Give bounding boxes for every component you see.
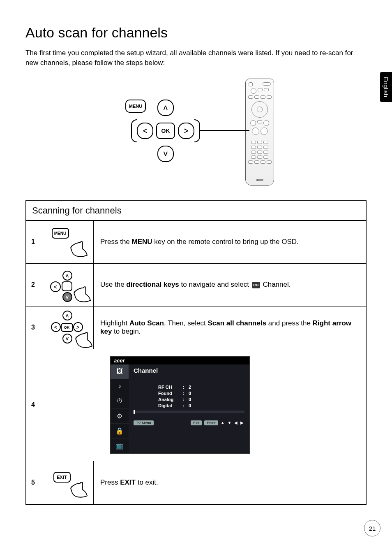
step-number: 3	[26, 306, 40, 349]
table-title: Scanning for channels	[26, 201, 366, 221]
step-number: 4	[26, 349, 40, 461]
page-number: 21	[364, 520, 380, 536]
hero-illustration: MENU ᐱ ᐯ ᐸ OK ᐳ acer	[25, 79, 367, 186]
intro-text: The first time you completed the setup w…	[25, 48, 367, 68]
center-key-icon	[62, 281, 72, 291]
osd-title: Channel	[134, 367, 244, 374]
step2-illustration: ᐱ ᐸ ᐯ	[44, 268, 90, 301]
osd-field: RF CH:2	[158, 385, 244, 390]
thumb-icon	[72, 285, 92, 303]
up-key: ᐱ	[157, 100, 174, 116]
right-key-icon: ᐳ	[73, 322, 83, 332]
up-key-icon: ᐱ	[62, 311, 72, 320]
step-number: 5	[26, 461, 40, 504]
step1-illustration: MENU	[44, 225, 90, 258]
menu-key-icon: MENU	[52, 228, 69, 239]
osd-sidebar: 🖼 ♪ ⏱ ⚙ 🔒 📺	[111, 364, 129, 453]
left-key-icon: ᐸ	[51, 322, 61, 332]
osd-field: Found:0	[158, 391, 244, 396]
step-description: Press the MENU key on the remote control…	[94, 221, 366, 263]
left-key-icon: ᐸ	[50, 281, 61, 292]
step-description: Use the directional keys to navigate and…	[94, 264, 366, 306]
thumb-icon	[69, 240, 89, 258]
timer-icon: ⏱	[111, 394, 129, 409]
table-row: 5 EXIT Press EXIT to exit.	[26, 461, 366, 504]
table-row: 4 acer 🖼 ♪ ⏱ ⚙ 🔒 📺 Chan	[26, 349, 366, 461]
table-row: 1 MENU Press the MENU key on the remote …	[26, 221, 366, 264]
table-row: 2 ᐱ ᐸ ᐯ Use the directional keys to navi…	[26, 264, 366, 306]
steps-table: Scanning for channels 1 MENU Press the M…	[25, 200, 367, 505]
ok-key: OK	[156, 123, 175, 139]
remote-brand: acer	[256, 178, 264, 182]
thumb-icon	[74, 331, 94, 348]
osd-field: Analog:0	[158, 397, 244, 402]
remote-illustration: acer	[245, 79, 274, 186]
down-key-icon: ᐯ	[62, 334, 72, 343]
thumb-icon	[69, 481, 89, 498]
menu-key: MENU	[125, 100, 146, 113]
dpad-diagram: MENU ᐱ ᐯ ᐸ OK ᐳ	[118, 97, 208, 167]
osd-menu-hint: TV Menu	[134, 420, 154, 425]
exit-key-icon: EXIT	[53, 472, 71, 483]
step3-illustration: ᐱ ᐸ OK ᐳ ᐯ	[44, 309, 90, 346]
left-key: ᐸ	[137, 123, 153, 139]
right-key: ᐳ	[178, 123, 194, 139]
osd-field: Digital:0	[158, 403, 244, 408]
settings-icon: ⚙	[111, 409, 129, 424]
step-description: Press EXIT to exit.	[94, 461, 366, 504]
down-key: ᐯ	[157, 146, 174, 162]
step-description: Highlight Auto Scan. Then, select Scan a…	[94, 306, 366, 349]
ok-key-icon: OK	[61, 323, 73, 332]
osd-screenshot: acer 🖼 ♪ ⏱ ⚙ 🔒 📺 Channel	[110, 356, 250, 454]
channel-icon: CH	[252, 282, 260, 288]
table-row: 3 ᐱ ᐸ OK ᐳ ᐯ Highlight Auto Scan. Then, …	[26, 306, 366, 349]
osd-footer: TV Menu Exit Enter ▲ ▼ ◀ ▶	[134, 420, 244, 425]
osd-exit-hint: Exit	[191, 420, 202, 425]
picture-icon: 🖼	[111, 364, 129, 379]
step-number: 2	[26, 264, 40, 306]
sound-icon: ♪	[111, 379, 129, 394]
osd-arrow-hint: ▲ ▼ ◀ ▶	[221, 420, 244, 425]
lock-icon: 🔒	[111, 424, 129, 439]
channel-icon: 📺	[111, 439, 129, 453]
down-key-icon: ᐯ	[62, 292, 72, 302]
page-title: Auto scan for channels	[25, 25, 367, 41]
osd-progress	[134, 411, 244, 413]
language-tab: English	[380, 72, 392, 102]
osd-enter-hint: Enter	[204, 420, 218, 425]
up-key-icon: ᐱ	[62, 271, 72, 281]
osd-brand: acer	[111, 357, 249, 364]
step-number: 1	[26, 221, 40, 263]
step5-illustration: EXIT	[44, 466, 90, 499]
